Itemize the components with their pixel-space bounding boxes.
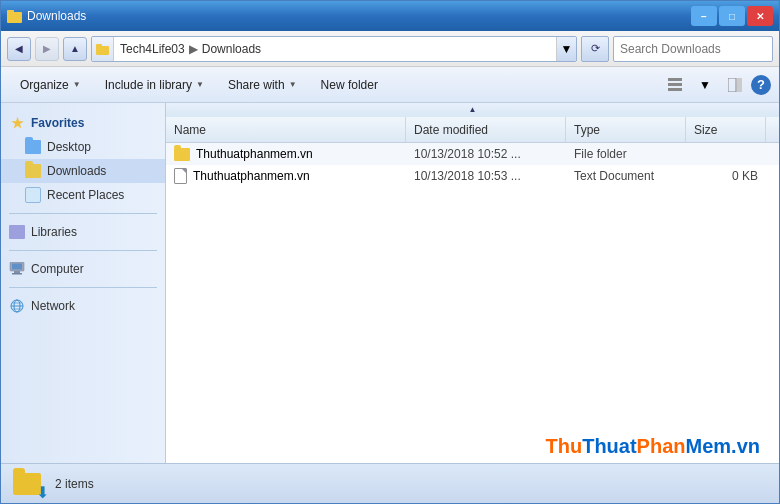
scroll-up-area: ▲ [166, 103, 779, 117]
svg-rect-7 [668, 83, 682, 86]
title-bar: Downloads − □ ✕ [1, 1, 779, 31]
svg-rect-13 [14, 271, 20, 273]
column-headers: Name Date modified Type Size [166, 117, 779, 143]
back-button[interactable]: ◀ [7, 37, 31, 61]
downloads-label: Downloads [47, 164, 106, 178]
share-with-button[interactable]: Share with ▼ [217, 71, 308, 99]
address-bar[interactable]: Tech4Life03 ▶ Downloads ▼ [91, 36, 577, 62]
preview-pane-icon [728, 78, 742, 92]
address-path: Tech4Life03 ▶ Downloads [114, 42, 556, 56]
file-date: 10/13/2018 10:52 ... [414, 147, 521, 161]
sidebar-item-network[interactable]: Network [1, 294, 165, 318]
sidebar: ★ Favorites Desktop Downloads [1, 103, 166, 463]
network-section: Network [1, 294, 165, 318]
sidebar-item-computer[interactable]: Computer [1, 257, 165, 281]
file-type-cell: File folder [566, 143, 686, 165]
forward-button[interactable]: ▶ [35, 37, 59, 61]
file-list: Thuthuatphanmem.vn 10/13/2018 10:52 ... … [166, 143, 779, 463]
sidebar-item-desktop[interactable]: Desktop [1, 135, 165, 159]
refresh-button[interactable]: ⟳ [581, 36, 609, 62]
recent-places-icon [25, 187, 41, 203]
explorer-window: Downloads − □ ✕ ◀ ▶ ▲ Tech4Life03 ▶ Down… [0, 0, 780, 504]
file-name: Thuthuatphanmem.vn [196, 147, 313, 161]
toolbar: Organize ▼ Include in library ▼ Share wi… [1, 67, 779, 103]
nav-bar: ◀ ▶ ▲ Tech4Life03 ▶ Downloads ▼ ⟳ [1, 31, 779, 67]
status-download-arrow-icon: ⬇ [36, 483, 49, 502]
svg-rect-9 [728, 78, 736, 92]
svg-rect-12 [12, 264, 22, 270]
sidebar-item-downloads[interactable]: Downloads [1, 159, 165, 183]
table-row[interactable]: Thuthuatphanmem.vn 10/13/2018 10:53 ... … [166, 165, 779, 187]
include-library-caret: ▼ [196, 80, 204, 89]
document-icon [174, 168, 187, 184]
title-bar-text: Downloads [27, 9, 86, 23]
details-view-icon [668, 78, 682, 92]
desktop-icon [25, 139, 41, 155]
sidebar-item-recent-places[interactable]: Recent Places [1, 183, 165, 207]
title-bar-icon [7, 8, 23, 24]
address-dropdown-button[interactable]: ▼ [556, 37, 576, 61]
file-date-cell: 10/13/2018 10:52 ... [406, 143, 566, 165]
search-input[interactable] [614, 42, 773, 56]
file-name-cell: Thuthuatphanmem.vn [166, 143, 406, 165]
svg-rect-14 [12, 273, 22, 275]
file-size-cell [686, 143, 766, 165]
view-dropdown-button[interactable]: ▼ [691, 71, 719, 99]
new-folder-label: New folder [321, 78, 378, 92]
status-icon: ⬇ [13, 468, 45, 500]
folder-icon [174, 148, 190, 161]
col-size-label: Size [694, 123, 717, 137]
desktop-label: Desktop [47, 140, 91, 154]
title-bar-left: Downloads [7, 8, 86, 24]
file-date-cell: 10/13/2018 10:53 ... [406, 165, 566, 187]
view-details-button[interactable] [661, 71, 689, 99]
col-header-date[interactable]: Date modified [406, 117, 566, 142]
file-type: Text Document [574, 169, 654, 183]
svg-rect-10 [737, 78, 742, 92]
col-header-size[interactable]: Size [686, 117, 766, 142]
close-button[interactable]: ✕ [747, 6, 773, 26]
sidebar-separator-3 [9, 287, 157, 288]
file-type: File folder [574, 147, 627, 161]
col-header-type[interactable]: Type [566, 117, 686, 142]
favorites-section: ★ Favorites Desktop Downloads [1, 111, 165, 207]
refresh-icon: ⟳ [591, 42, 600, 55]
new-folder-button[interactable]: New folder [310, 71, 389, 99]
up-button[interactable]: ▲ [63, 37, 87, 61]
status-bar: ⬇ 2 items [1, 463, 779, 503]
col-header-name[interactable]: Name [166, 117, 406, 142]
col-name-label: Name [174, 123, 206, 137]
file-date: 10/13/2018 10:53 ... [414, 169, 521, 183]
computer-section: Computer [1, 257, 165, 281]
share-with-caret: ▼ [289, 80, 297, 89]
col-date-label: Date modified [414, 123, 488, 137]
favorites-star-icon: ★ [9, 115, 25, 131]
path-part2: Downloads [202, 42, 261, 56]
table-row[interactable]: Thuthuatphanmem.vn 10/13/2018 10:52 ... … [166, 143, 779, 165]
file-name-cell: Thuthuatphanmem.vn [166, 165, 406, 187]
file-name: Thuthuatphanmem.vn [193, 169, 310, 183]
file-size: 0 KB [732, 169, 758, 183]
computer-label: Computer [31, 262, 84, 276]
file-type-cell: Text Document [566, 165, 686, 187]
computer-icon [9, 261, 25, 277]
sidebar-item-libraries[interactable]: Libraries [1, 220, 165, 244]
organize-button[interactable]: Organize ▼ [9, 71, 92, 99]
libraries-icon [9, 224, 25, 240]
recent-places-label: Recent Places [47, 188, 124, 202]
preview-pane-button[interactable] [721, 71, 749, 99]
sidebar-separator-1 [9, 213, 157, 214]
svg-rect-8 [668, 88, 682, 91]
minimize-button[interactable]: − [691, 6, 717, 26]
svg-rect-6 [668, 78, 682, 81]
maximize-button[interactable]: □ [719, 6, 745, 26]
scroll-up-button[interactable]: ▲ [166, 103, 779, 117]
include-library-label: Include in library [105, 78, 192, 92]
include-library-button[interactable]: Include in library ▼ [94, 71, 215, 99]
libraries-section: Libraries [1, 220, 165, 244]
help-button[interactable]: ? [751, 75, 771, 95]
sidebar-separator-2 [9, 250, 157, 251]
content-area: ▲ Name Date modified Type Size [166, 103, 779, 463]
network-icon [9, 298, 25, 314]
svg-rect-3 [96, 44, 102, 48]
